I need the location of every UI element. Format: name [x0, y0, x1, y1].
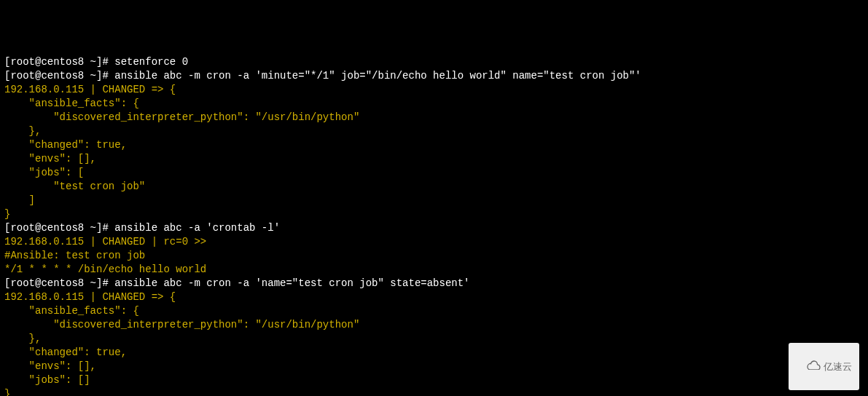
- terminal-line: },: [4, 124, 864, 138]
- terminal-line: [root@centos8 ~]# ansible abc -a 'cronta…: [4, 221, 864, 235]
- terminal-output[interactable]: [root@centos8 ~]# setenforce 0[root@cent…: [0, 55, 868, 396]
- terminal-text: [root@centos8 ~]# ansible abc -m cron -a…: [4, 70, 641, 82]
- terminal-line: }: [4, 207, 864, 221]
- terminal-text: },: [4, 333, 41, 344]
- terminal-text: "changed": true,: [4, 139, 127, 151]
- terminal-text: 192.168.0.115 | CHANGED | rc=0 >>: [4, 236, 206, 248]
- terminal-text: 192.168.0.115 | CHANGED => {: [4, 84, 176, 95]
- terminal-text: [root@centos8 ~]# ansible abc -m cron -a…: [4, 277, 470, 289]
- terminal-line: 192.168.0.115 | CHANGED => {: [4, 290, 864, 304]
- terminal-line: "test cron job": [4, 180, 864, 194]
- terminal-line: "changed": true,: [4, 346, 864, 360]
- terminal-line: ]: [4, 194, 864, 207]
- terminal-line: 192.168.0.115 | CHANGED | rc=0 >>: [4, 235, 864, 249]
- terminal-text: "jobs": []: [4, 374, 90, 386]
- terminal-text: "envs": [],: [4, 360, 96, 372]
- terminal-line: "ansible_facts": {: [4, 304, 864, 318]
- terminal-text: [root@centos8 ~]# setenforce 0: [4, 56, 188, 68]
- terminal-text: }: [4, 388, 10, 396]
- terminal-line: "envs": [],: [4, 360, 864, 373]
- terminal-line: "jobs": [: [4, 166, 864, 180]
- terminal-text: "changed": true,: [4, 346, 127, 358]
- terminal-text: [root@centos8 ~]# ansible abc -a 'cronta…: [4, 222, 280, 234]
- terminal-line: [root@centos8 ~]# ansible abc -m cron -a…: [4, 69, 864, 83]
- terminal-line: "discovered_interpreter_python": "/usr/b…: [4, 318, 864, 332]
- terminal-line: */1 * * * * /bin/echo hello world: [4, 263, 864, 277]
- terminal-text: "ansible_facts": {: [4, 98, 139, 109]
- terminal-text: },: [4, 125, 41, 137]
- terminal-line: 192.168.0.115 | CHANGED => {: [4, 83, 864, 97]
- terminal-text: "jobs": [: [4, 167, 84, 178]
- terminal-line: "envs": [],: [4, 152, 864, 166]
- terminal-text: "test cron job": [4, 181, 145, 192]
- terminal-text: ]: [4, 194, 35, 206]
- terminal-line: "jobs": []: [4, 373, 864, 387]
- terminal-line: },: [4, 332, 864, 346]
- terminal-line: "ansible_facts": {: [4, 97, 864, 111]
- terminal-text: "discovered_interpreter_python": "/usr/b…: [4, 319, 359, 330]
- terminal-text: 192.168.0.115 | CHANGED => {: [4, 291, 176, 303]
- terminal-line: }: [4, 387, 864, 396]
- terminal-text: #Ansible: test cron job: [4, 250, 145, 261]
- cloud-icon: [796, 346, 821, 387]
- terminal-line: #Ansible: test cron job: [4, 249, 864, 263]
- watermark-badge: 亿速云: [789, 343, 859, 390]
- terminal-line: [root@centos8 ~]# ansible abc -m cron -a…: [4, 277, 864, 290]
- terminal-text: "envs": [],: [4, 153, 96, 165]
- terminal-line: [root@centos8 ~]# setenforce 0: [4, 55, 864, 69]
- terminal-text: }: [4, 208, 10, 220]
- terminal-text: */1 * * * * /bin/echo hello world: [4, 264, 206, 275]
- terminal-line: "changed": true,: [4, 138, 864, 152]
- watermark-text: 亿速云: [824, 360, 852, 373]
- terminal-text: "discovered_interpreter_python": "/usr/b…: [4, 111, 359, 123]
- terminal-text: "ansible_facts": {: [4, 305, 139, 317]
- terminal-line: "discovered_interpreter_python": "/usr/b…: [4, 111, 864, 124]
